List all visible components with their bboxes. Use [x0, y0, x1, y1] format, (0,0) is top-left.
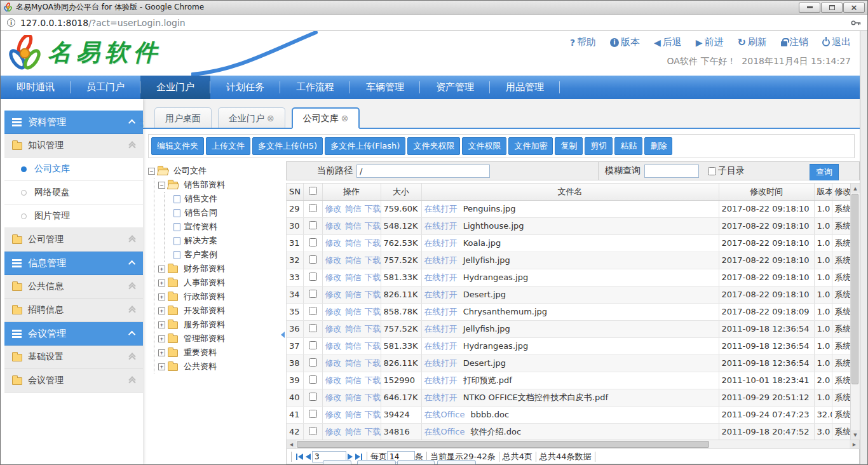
close-button[interactable]: × — [843, 3, 865, 13]
row-op-修改[interactable]: 修改 — [325, 255, 342, 265]
toolbar-button-删除[interactable]: 删除 — [644, 137, 672, 155]
row-op-下载[interactable]: 下载 — [365, 255, 381, 265]
header-link-版本[interactable]: 版本 — [610, 36, 640, 48]
tree-node-销售部资料[interactable]: −销售部资料 — [158, 178, 286, 192]
collapse-expander-icon[interactable]: − — [148, 168, 155, 175]
sidebar-item-基础设置[interactable]: 基础设置 — [4, 346, 143, 369]
toolbar-button-复制[interactable]: 复制 — [555, 137, 583, 155]
col-name[interactable]: 文件名 — [421, 184, 719, 200]
sidebar-item-网络硬盘[interactable]: 网络硬盘 — [4, 181, 143, 205]
row-op-简信[interactable]: 简信 — [345, 307, 362, 316]
col-ops[interactable]: 操作 — [322, 184, 381, 200]
sidebar-group-资料管理[interactable]: 资料管理 — [4, 111, 143, 134]
tree-node-销售合同[interactable]: +销售合同 — [168, 206, 286, 220]
key-icon[interactable] — [851, 19, 861, 27]
sidebar-item-知识管理[interactable]: 知识管理 — [4, 134, 143, 158]
row-op-修改[interactable]: 修改 — [325, 238, 342, 248]
toolbar-button-粘贴[interactable]: 粘贴 — [614, 137, 642, 155]
row-checkbox[interactable] — [309, 375, 317, 384]
nav-item-车辆管理[interactable]: 车辆管理 — [350, 76, 420, 99]
toolbar-button-多文件上传(Flash)[interactable]: 多文件上传(Flash) — [325, 137, 405, 155]
open-online-link[interactable]: 在线打开 — [424, 273, 458, 282]
open-online-link[interactable]: 在线Office — [424, 427, 465, 436]
open-online-link[interactable]: 在线打开 — [424, 324, 458, 334]
nav-item-企业门户[interactable]: 企业门户 — [140, 76, 210, 99]
vertical-scroll-thumb[interactable] — [851, 194, 858, 384]
row-op-简信[interactable]: 简信 — [345, 255, 362, 265]
scroll-down-arrow[interactable]: ▼ — [851, 430, 860, 440]
tree-node-行政部资料[interactable]: +行政部资料 — [158, 290, 286, 304]
row-op-下载[interactable]: 下载 — [365, 393, 381, 402]
open-online-link[interactable]: 在线打开 — [424, 375, 458, 385]
sidebar-group-信息管理[interactable]: 信息管理 — [4, 252, 143, 275]
open-online-link[interactable]: 在线打开 — [424, 221, 458, 231]
row-op-修改[interactable]: 修改 — [325, 375, 342, 385]
open-online-link[interactable]: 在线打开 — [424, 307, 458, 316]
expand-expander-icon[interactable]: + — [158, 335, 165, 342]
expand-expander-icon[interactable]: + — [158, 307, 165, 314]
select-all-checkbox[interactable] — [309, 187, 317, 195]
subdir-checkbox[interactable] — [708, 167, 716, 175]
row-op-简信[interactable]: 简信 — [345, 273, 362, 282]
row-op-修改[interactable]: 修改 — [325, 427, 342, 436]
row-checkbox[interactable] — [309, 358, 317, 367]
scroll-up-arrow[interactable]: ▲ — [851, 184, 860, 193]
sidebar-item-公共信息[interactable]: 公共信息 — [4, 275, 143, 299]
tree-node-解决方案[interactable]: +解决方案 — [168, 234, 286, 248]
col-size[interactable]: 大小 — [381, 184, 421, 200]
tree-node-服务部资料[interactable]: +服务部资料 — [158, 318, 286, 332]
row-op-简信[interactable]: 简信 — [345, 427, 362, 436]
row-op-下载[interactable]: 下载 — [365, 221, 381, 231]
row-checkbox[interactable] — [309, 393, 317, 401]
row-checkbox[interactable] — [309, 255, 317, 264]
tab-close-icon[interactable]: ⊗ — [267, 109, 275, 128]
row-op-简信[interactable]: 简信 — [345, 358, 362, 368]
toolbar-button-文件权限[interactable]: 文件权限 — [462, 137, 506, 155]
header-link-帮助[interactable]: ?帮助 — [570, 36, 596, 48]
row-op-修改[interactable]: 修改 — [325, 410, 342, 419]
open-online-link[interactable]: 在线打开 — [424, 393, 458, 402]
expand-expander-icon[interactable]: + — [158, 363, 165, 370]
open-online-link[interactable]: 在线打开 — [424, 255, 458, 265]
sidebar-group-会议管理[interactable]: 会议管理 — [4, 322, 143, 346]
tree-node-管理部资料[interactable]: +管理部资料 — [158, 332, 286, 346]
tree-node-宣传资料[interactable]: +宣传资料 — [168, 220, 286, 234]
tree-node-重要资料[interactable]: +重要资料 — [158, 346, 286, 360]
page-info-icon[interactable] — [7, 18, 15, 27]
row-op-修改[interactable]: 修改 — [325, 307, 342, 316]
row-op-下载[interactable]: 下载 — [365, 375, 381, 385]
expand-expander-icon[interactable]: + — [158, 321, 165, 328]
row-checkbox[interactable] — [309, 307, 317, 315]
collapse-expander-icon[interactable]: − — [158, 182, 165, 189]
tree-node-公共资料[interactable]: +公共资料 — [158, 360, 286, 374]
row-op-修改[interactable]: 修改 — [325, 341, 342, 351]
row-op-下载[interactable]: 下载 — [365, 307, 381, 316]
url-text[interactable]: 127.0.0.1:8018/?act=userLogin.login — [20, 18, 186, 28]
row-op-简信[interactable]: 简信 — [345, 410, 362, 419]
expand-expander-icon[interactable]: + — [158, 266, 165, 273]
row-checkbox[interactable] — [309, 290, 317, 298]
row-op-下载[interactable]: 下载 — [365, 204, 381, 213]
nav-item-用品管理[interactable]: 用品管理 — [490, 76, 560, 99]
row-op-简信[interactable]: 简信 — [345, 375, 362, 385]
row-op-简信[interactable]: 简信 — [345, 341, 362, 351]
table-vertical-scrollbar[interactable]: ▲ ▼ — [850, 184, 860, 440]
header-link-后退[interactable]: ◀后退 — [654, 36, 682, 48]
row-op-修改[interactable]: 修改 — [325, 290, 342, 299]
search-button[interactable]: 查询 — [810, 164, 839, 180]
open-online-link[interactable]: 在线打开 — [424, 204, 458, 213]
toolbar-button-文件夹权限[interactable]: 文件夹权限 — [407, 137, 460, 155]
row-op-修改[interactable]: 修改 — [325, 393, 342, 402]
col-version[interactable]: 版本 — [814, 184, 832, 200]
row-checkbox[interactable] — [309, 273, 317, 281]
open-online-link[interactable]: 在线打开 — [424, 290, 458, 299]
row-op-下载[interactable]: 下载 — [365, 324, 381, 334]
toolbar-button-文件加密[interactable]: 文件加密 — [508, 137, 553, 155]
tree-node-财务部资料[interactable]: +财务部资料 — [158, 262, 286, 276]
row-op-简信[interactable]: 简信 — [345, 204, 362, 213]
row-checkbox[interactable] — [309, 341, 317, 349]
row-op-下载[interactable]: 下载 — [365, 410, 381, 419]
nav-item-计划任务[interactable]: 计划任务 — [210, 76, 280, 99]
row-op-简信[interactable]: 简信 — [345, 238, 362, 248]
row-checkbox[interactable] — [309, 410, 317, 418]
